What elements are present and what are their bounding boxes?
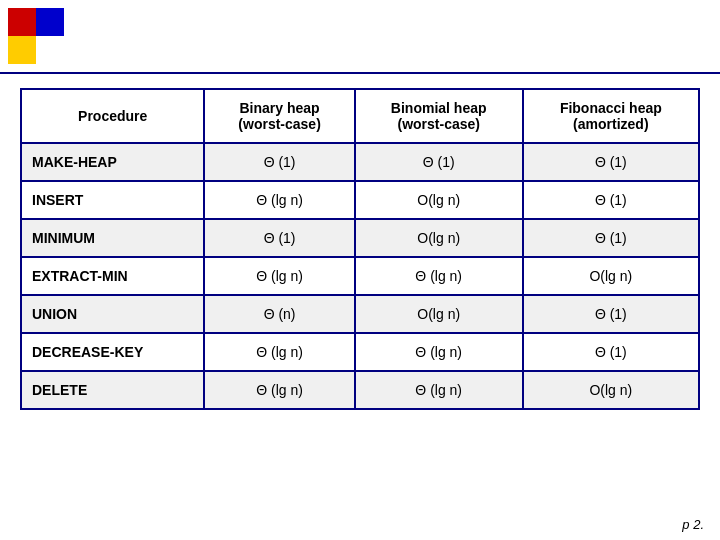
cell-binary: Θ (1) [204,143,354,181]
cell-procedure: MAKE-HEAP [21,143,204,181]
col-header-binomial: Binomial heap(worst-case) [355,89,523,143]
cell-binomial: O(lg n) [355,181,523,219]
cell-binary: Θ (lg n) [204,257,354,295]
cell-binary: Θ (lg n) [204,333,354,371]
table-row: DELETEΘ (lg n)Θ (lg n)O(lg n) [21,371,699,409]
logo-empty [36,36,64,64]
table-row: INSERTΘ (lg n)O(lg n)Θ (1) [21,181,699,219]
col-header-fibonacci: Fibonacci heap(amortized) [523,89,699,143]
table-row: EXTRACT-MINΘ (lg n)Θ (lg n)O(lg n) [21,257,699,295]
cell-procedure: MINIMUM [21,219,204,257]
table-row: MAKE-HEAPΘ (1)Θ (1)Θ (1) [21,143,699,181]
logo-blue [36,8,64,36]
heap-complexity-table: Procedure Binary heap(worst-case) Binomi… [20,88,700,410]
cell-binomial: Θ (1) [355,143,523,181]
cell-fibonacci: Θ (1) [523,181,699,219]
cell-binomial: O(lg n) [355,219,523,257]
cell-binary: Θ (n) [204,295,354,333]
logo [8,8,68,68]
cell-procedure: EXTRACT-MIN [21,257,204,295]
cell-fibonacci: Θ (1) [523,333,699,371]
page-number: p 2. [682,517,704,532]
col-header-binary: Binary heap(worst-case) [204,89,354,143]
cell-procedure: DECREASE-KEY [21,333,204,371]
cell-binary: Θ (1) [204,219,354,257]
logo-red [8,8,36,36]
complexity-table-container: Procedure Binary heap(worst-case) Binomi… [20,88,700,410]
table-row: MINIMUMΘ (1)O(lg n)Θ (1) [21,219,699,257]
cell-binomial: O(lg n) [355,295,523,333]
table-row: DECREASE-KEYΘ (lg n)Θ (lg n)Θ (1) [21,333,699,371]
cell-binomial: Θ (lg n) [355,371,523,409]
cell-procedure: DELETE [21,371,204,409]
table-row: UNIONΘ (n)O(lg n)Θ (1) [21,295,699,333]
cell-fibonacci: O(lg n) [523,257,699,295]
col-header-procedure: Procedure [21,89,204,143]
cell-binomial: Θ (lg n) [355,333,523,371]
logo-yellow [8,36,36,64]
cell-fibonacci: Θ (1) [523,219,699,257]
cell-binary: Θ (lg n) [204,181,354,219]
cell-fibonacci: Θ (1) [523,143,699,181]
cell-procedure: INSERT [21,181,204,219]
cell-fibonacci: O(lg n) [523,371,699,409]
cell-binary: Θ (lg n) [204,371,354,409]
cell-procedure: UNION [21,295,204,333]
cell-fibonacci: Θ (1) [523,295,699,333]
cell-binomial: Θ (lg n) [355,257,523,295]
header-divider [0,72,720,74]
